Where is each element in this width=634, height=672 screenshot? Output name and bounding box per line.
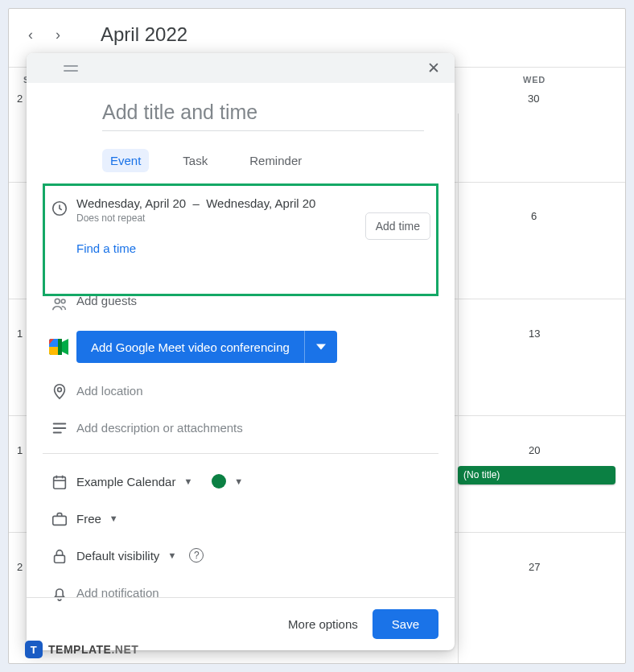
tab-event[interactable]: Event [102,149,149,172]
svg-point-2 [61,299,65,303]
more-options-button[interactable]: More options [288,617,358,631]
add-location-label: Add location [76,384,438,398]
next-month-button[interactable]: › [52,27,64,43]
lock-icon [43,546,76,565]
chevron-down-icon: ▼ [109,513,118,523]
description-row[interactable]: Add description or attachments [43,418,438,437]
date-end: Wednesday, April 20 [206,196,315,210]
event-dialog: ✕ Add title and time Event Task Reminder… [27,53,455,650]
location-icon [43,381,76,400]
day-cell[interactable]: 6 [531,210,537,222]
tab-task[interactable]: Task [175,149,216,172]
meet-row: Add Google Meet video conferencing [43,331,438,363]
svg-point-3 [58,388,62,392]
add-time-button[interactable]: Add time [365,212,430,240]
day-cell[interactable]: 13 [529,328,540,340]
watermark-logo-icon: T [25,641,43,658]
watermark: T TEMPLATE.NET [25,641,138,658]
watermark-text: TEMPLATE.NET [48,643,138,656]
event-type-tabs: Event Task Reminder [102,149,438,172]
day-cell[interactable]: 30 [528,93,539,105]
add-meet-button[interactable]: Add Google Meet video conferencing [76,331,337,363]
calendar-icon [43,472,76,491]
description-icon [43,418,76,437]
meet-button-label: Add Google Meet video conferencing [76,340,304,354]
chevron-down-icon: ▼ [234,476,243,486]
day-cell[interactable]: 27 [529,561,540,573]
save-button[interactable]: Save [373,609,438,639]
repeat-text: Does not repeat [76,212,365,224]
day-cell[interactable]: 1 [17,444,23,456]
availability-label: Free [76,512,101,526]
visibility-row[interactable]: Default visibility ▼ ? [43,546,438,565]
divider [43,453,438,454]
availability-row[interactable]: Free ▼ [43,509,438,528]
chevron-down-icon: ▼ [167,550,176,560]
svg-rect-7 [54,477,66,489]
tab-reminder[interactable]: Reminder [241,149,310,172]
svg-rect-11 [53,516,67,525]
guests-row[interactable]: Add guests [43,294,438,313]
close-icon[interactable]: ✕ [424,56,443,80]
help-icon[interactable]: ? [189,548,204,563]
time-row: Wednesday, April 20 – Wednesday, April 2… [43,196,438,255]
find-a-time-link[interactable]: Find a time [76,241,365,255]
briefcase-icon [43,509,76,528]
add-description-label: Add description or attachments [76,421,438,435]
drag-handle-icon[interactable] [64,65,80,72]
calendar-selector-row[interactable]: Example Calendar ▼ ▼ [43,472,438,491]
prev-month-button[interactable]: ‹ [25,27,36,43]
add-guests-label: Add guests [76,294,438,307]
day-cell[interactable]: 1 [17,328,23,340]
svg-rect-12 [55,555,65,563]
app-frame: ‹ › April 2022 S WED 2 30 6 1 13 1 20 2 … [8,8,626,664]
day-cell[interactable]: 20 [529,444,540,456]
calendar-name: Example Calendar [76,475,175,489]
people-icon [43,294,76,313]
calendar-header: ‹ › April 2022 [25,23,187,46]
day-cell[interactable]: 2 [17,93,23,105]
day-label-wed: WED [523,75,545,85]
date-range[interactable]: Wednesday, April 20 – Wednesday, April 2… [76,196,365,210]
calendar-event-chip[interactable]: (No title) [458,466,615,484]
svg-point-1 [55,299,60,303]
title-input[interactable]: Add title and time [102,101,424,131]
date-start: Wednesday, April 20 [76,196,186,210]
dialog-header: ✕ [27,53,455,83]
location-row[interactable]: Add location [43,381,438,400]
chevron-down-icon: ▼ [183,476,192,486]
calendar-color-dot[interactable] [212,474,226,489]
visibility-label: Default visibility [76,549,159,563]
clock-icon [43,196,76,217]
month-title: April 2022 [101,23,187,46]
day-cell[interactable]: 2 [17,561,23,573]
meet-dropdown-caret[interactable] [304,331,337,363]
google-meet-icon [43,339,76,355]
